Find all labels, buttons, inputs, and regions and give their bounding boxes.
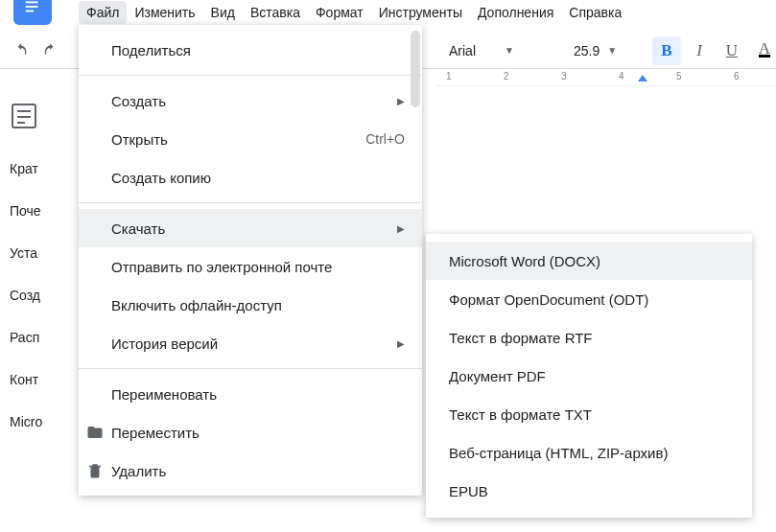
ruler-tick: 6 — [734, 71, 740, 81]
submenu-epub-label: EPUB — [449, 483, 488, 499]
menu-email[interactable]: Отправить по электронной почте — [79, 247, 422, 286]
menu-make-copy-label: Создать копию — [111, 170, 211, 186]
menu-separator — [79, 368, 422, 369]
menu-edit[interactable]: Изменить — [127, 1, 202, 24]
menu-open-shortcut: Ctrl+O — [365, 131, 405, 147]
submenu-txt[interactable]: Текст в формате TXT — [426, 395, 752, 433]
outline-item[interactable]: Расп — [10, 316, 67, 359]
italic-button[interactable]: I — [685, 36, 714, 65]
chevron-down-icon: ▼ — [505, 45, 514, 56]
bold-button[interactable]: B — [652, 36, 681, 65]
outline-item[interactable]: Созд — [10, 274, 67, 316]
submenu-rtf[interactable]: Текст в формате RTF — [426, 318, 752, 357]
ruler-tick: 2 — [504, 71, 509, 81]
menu-make-copy[interactable]: Создать копию — [79, 158, 422, 197]
ruler-tick: 1 — [446, 71, 452, 81]
svg-rect-1 — [26, 1, 38, 3]
docs-logo-icon — [22, 0, 43, 19]
menu-new-label: Создать — [111, 93, 166, 109]
svg-rect-3 — [26, 11, 34, 12]
ruler-tick: 3 — [561, 71, 567, 81]
format-group: B I U A — [652, 36, 776, 65]
submenu-txt-label: Текст в формате TXT — [449, 406, 592, 423]
outline-item[interactable]: Поче — [10, 190, 67, 232]
menu-download-label: Скачать — [111, 220, 165, 237]
underline-button[interactable]: U — [717, 36, 746, 65]
menubar: Файл Изменить Вид Вставка Формат Инструм… — [0, 0, 629, 25]
outline-item[interactable]: Крат — [10, 148, 67, 190]
file-menu-dropdown: Поделиться Создать ▶ Открыть Ctrl+O Созд… — [79, 25, 422, 496]
menu-view[interactable]: Вид — [203, 1, 243, 24]
text-color-button[interactable]: A — [750, 36, 776, 65]
menu-offline-label: Включить офлайн-доступ — [111, 297, 282, 313]
outline-item[interactable]: Уста — [10, 232, 67, 274]
menu-open-label: Открыть — [111, 131, 168, 148]
docs-logo[interactable] — [13, 0, 52, 25]
submenu-pdf-label: Документ PDF — [449, 368, 546, 384]
chevron-right-icon: ▶ — [397, 96, 405, 106]
font-size-value: 25.9 — [574, 43, 600, 58]
menu-insert[interactable]: Вставка — [243, 1, 308, 24]
menu-file[interactable]: Файл — [79, 1, 127, 24]
chevron-right-icon: ▶ — [397, 223, 405, 234]
menu-separator — [79, 202, 422, 203]
download-submenu: Microsoft Word (DOCX) Формат OpenDocumen… — [426, 234, 752, 518]
menu-format[interactable]: Формат — [308, 1, 371, 24]
submenu-pdf[interactable]: Документ PDF — [426, 357, 752, 395]
submenu-odt[interactable]: Формат OpenDocument (ODT) — [426, 280, 752, 318]
menu-tools[interactable]: Инструменты — [371, 1, 470, 24]
outline-panel: Крат Поче Уста Созд Расп Конт Micro — [0, 86, 77, 532]
undo-icon — [13, 42, 31, 59]
menu-share[interactable]: Поделиться — [79, 31, 422, 69]
font-size-select[interactable]: 25.9 ▼ — [566, 39, 624, 62]
menu-move-label: Переместить — [111, 425, 200, 441]
ruler-tick: 5 — [676, 71, 682, 81]
ruler-tick: 4 — [619, 71, 624, 81]
ruler[interactable]: 1 2 3 4 5 6 — [436, 69, 776, 86]
submenu-html-label: Веб-страница (HTML, ZIP-архив) — [449, 445, 668, 461]
menu-addons[interactable]: Дополнения — [470, 1, 561, 24]
undo-button[interactable] — [8, 36, 36, 65]
menu-rename[interactable]: Переименовать — [79, 375, 422, 413]
indent-marker[interactable] — [638, 75, 647, 81]
outline-item[interactable]: Micro — [10, 401, 67, 443]
menu-version-history-label: История версий — [111, 335, 218, 352]
menu-delete[interactable]: Удалить — [79, 451, 422, 490]
font-family-select[interactable]: Arial ▼ — [441, 39, 522, 62]
menu-new[interactable]: Создать ▶ — [79, 81, 422, 120]
menu-download[interactable]: Скачать ▶ — [79, 209, 422, 247]
outline-toggle-icon[interactable] — [12, 104, 36, 128]
app-header: Файл Изменить Вид Вставка Формат Инструм… — [0, 0, 776, 25]
menu-move[interactable]: Переместить — [79, 413, 422, 451]
redo-icon — [42, 42, 59, 59]
redo-button[interactable] — [36, 36, 65, 65]
submenu-html[interactable]: Веб-страница (HTML, ZIP-архив) — [426, 433, 752, 472]
menu-help[interactable]: Справка — [561, 1, 629, 24]
outline-item[interactable]: Конт — [10, 359, 67, 401]
submenu-docx-label: Microsoft Word (DOCX) — [449, 253, 600, 269]
menu-rename-label: Переименовать — [111, 386, 217, 403]
submenu-odt-label: Формат OpenDocument (ODT) — [449, 291, 648, 308]
chevron-right-icon: ▶ — [397, 338, 405, 349]
font-family-value: Arial — [449, 43, 476, 58]
menu-open[interactable]: Открыть Ctrl+O — [79, 120, 422, 158]
menu-email-label: Отправить по электронной почте — [111, 259, 332, 275]
menu-delete-label: Удалить — [111, 463, 166, 479]
menu-offline[interactable]: Включить офлайн-доступ — [79, 286, 422, 324]
menu-separator — [79, 75, 422, 76]
submenu-epub[interactable]: EPUB — [426, 472, 752, 510]
folder-icon — [86, 424, 104, 441]
menu-share-label: Поделиться — [111, 42, 191, 58]
trash-icon — [86, 462, 104, 479]
chevron-down-icon: ▼ — [607, 45, 617, 56]
menu-version-history[interactable]: История версий ▶ — [79, 324, 422, 362]
submenu-rtf-label: Текст в формате RTF — [449, 330, 593, 346]
submenu-docx[interactable]: Microsoft Word (DOCX) — [426, 242, 752, 280]
svg-rect-2 — [26, 6, 38, 8]
